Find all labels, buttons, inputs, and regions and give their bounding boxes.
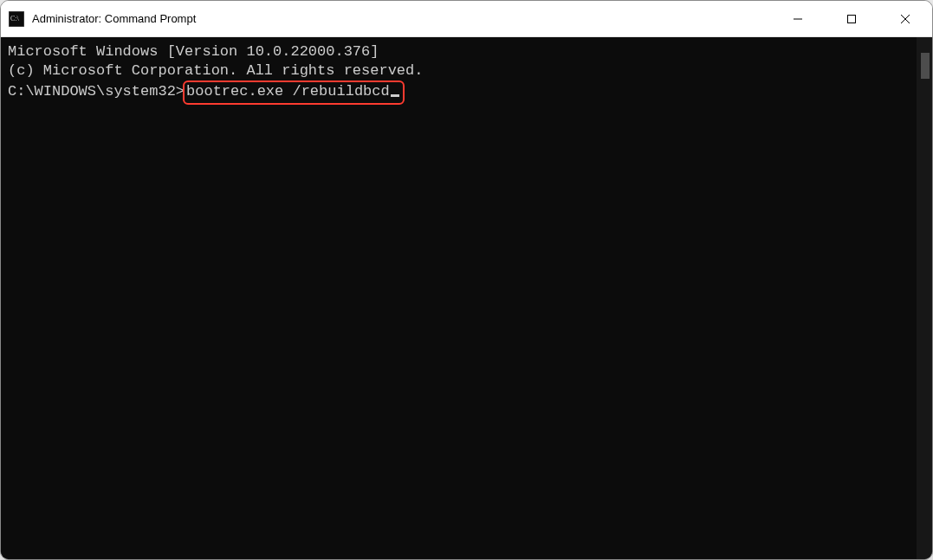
scrollbar[interactable] [917, 37, 932, 559]
svg-text:C:\: C:\ [10, 15, 20, 23]
scrollbar-thumb[interactable] [921, 53, 930, 79]
app-window: C:\ Administrator: Command Prompt Micros… [0, 0, 933, 560]
window-title: Administrator: Command Prompt [32, 12, 771, 25]
maximize-icon [846, 14, 857, 24]
titlebar[interactable]: C:\ Administrator: Command Prompt [1, 1, 932, 37]
minimize-button[interactable] [771, 1, 825, 36]
close-icon [900, 14, 910, 24]
window-controls [771, 1, 932, 36]
terminal-line-version: Microsoft Windows [Version 10.0.22000.37… [8, 42, 910, 61]
prompt-row: C:\WINDOWS\system32>bootrec.exe /rebuild… [8, 83, 405, 100]
terminal-line-copyright: (c) Microsoft Corporation. All rights re… [8, 61, 910, 80]
close-button[interactable] [878, 1, 932, 36]
terminal[interactable]: Microsoft Windows [Version 10.0.22000.37… [1, 37, 917, 559]
terminal-prompt: C:\WINDOWS\system32> [8, 83, 185, 100]
terminal-command: bootrec.exe /rebuildbcd [186, 83, 390, 100]
cmd-icon: C:\ [8, 10, 25, 28]
terminal-wrap: Microsoft Windows [Version 10.0.22000.37… [1, 37, 932, 559]
command-highlight: bootrec.exe /rebuildbcd [183, 80, 405, 105]
minimize-icon [793, 14, 803, 24]
svg-rect-3 [848, 15, 856, 23]
maximize-button[interactable] [825, 1, 878, 36]
cursor-icon [391, 94, 399, 97]
